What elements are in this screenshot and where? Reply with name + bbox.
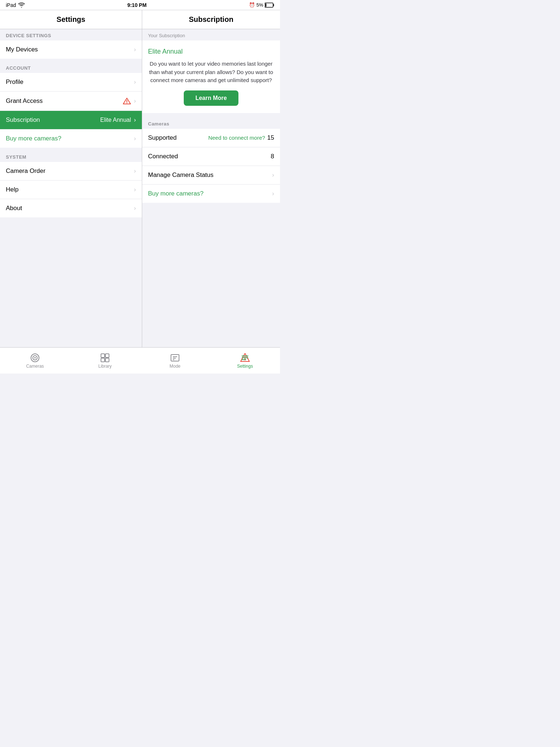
supported-count: 15 bbox=[267, 134, 274, 142]
grant-access-chevron: › bbox=[134, 97, 136, 105]
menu-item-grant-access[interactable]: Grant Access › bbox=[0, 92, 142, 111]
cameras-tab-label: Cameras bbox=[26, 364, 44, 369]
about-label: About bbox=[6, 205, 22, 212]
system-header: SYSTEM bbox=[0, 151, 142, 162]
settings-tab-icon bbox=[240, 353, 250, 363]
grant-access-label: Grant Access bbox=[6, 97, 43, 105]
right-panel: Subscription Your Subscription Elite Ann… bbox=[142, 10, 280, 347]
connected-label: Connected bbox=[148, 153, 178, 160]
account-header: ACCOUNT bbox=[0, 62, 142, 73]
mode-tab-icon bbox=[170, 353, 180, 363]
svg-rect-2 bbox=[265, 3, 267, 7]
buy-more-cameras-left-chevron: › bbox=[134, 135, 136, 142]
warning-icon bbox=[123, 97, 131, 105]
manage-camera-status-row[interactable]: Manage Camera Status › bbox=[142, 166, 280, 185]
device-settings-header: DEVICE SETTINGS bbox=[0, 29, 142, 40]
my-devices-right: › bbox=[134, 46, 136, 53]
menu-item-buy-more-cameras-left[interactable]: Buy more cameras? › bbox=[0, 129, 142, 148]
device-settings-section: DEVICE SETTINGS My Devices › bbox=[0, 29, 142, 59]
main-container: Settings DEVICE SETTINGS My Devices › AC… bbox=[0, 10, 280, 347]
status-right: ⏰ 5% bbox=[249, 2, 274, 8]
camera-order-label: Camera Order bbox=[6, 167, 46, 175]
left-panel-title: Settings bbox=[0, 10, 142, 29]
profile-chevron: › bbox=[134, 78, 136, 86]
buy-more-cameras-right-label: Buy more cameras? bbox=[148, 190, 203, 197]
alarm-icon: ⏰ bbox=[249, 2, 255, 8]
about-right: › bbox=[134, 205, 136, 212]
supported-value: Need to connect more? 15 bbox=[208, 134, 274, 142]
system-section: SYSTEM Camera Order › Help › About › bbox=[0, 151, 142, 217]
tab-settings[interactable]: Settings bbox=[210, 353, 280, 369]
connected-count: 8 bbox=[271, 153, 274, 160]
tab-bar: Cameras Library Mode bbox=[0, 347, 280, 374]
learn-more-button[interactable]: Learn More bbox=[184, 90, 238, 106]
help-right: › bbox=[134, 186, 136, 193]
buy-more-cameras-right-row[interactable]: Buy more cameras? › bbox=[142, 185, 280, 203]
status-left: iPad bbox=[6, 2, 25, 8]
tab-cameras[interactable]: Cameras bbox=[0, 353, 70, 369]
grant-access-right: › bbox=[123, 97, 136, 105]
menu-item-profile[interactable]: Profile › bbox=[0, 73, 142, 92]
need-more-label: Need to connect more? bbox=[208, 135, 265, 141]
cameras-tab-icon bbox=[30, 353, 40, 363]
library-tab-icon bbox=[100, 353, 110, 363]
about-chevron: › bbox=[134, 205, 136, 212]
svg-point-8 bbox=[34, 357, 36, 359]
left-panel: Settings DEVICE SETTINGS My Devices › AC… bbox=[0, 10, 142, 347]
account-section: ACCOUNT Profile › Grant Access › bbox=[0, 62, 142, 148]
camera-order-chevron: › bbox=[134, 167, 136, 175]
settings-tab-label: Settings bbox=[237, 364, 253, 369]
cameras-group: Supported Need to connect more? 15 Conne… bbox=[142, 129, 280, 203]
svg-rect-1 bbox=[273, 4, 274, 6]
my-devices-chevron: › bbox=[134, 46, 136, 53]
subscription-chevron: › bbox=[134, 116, 136, 124]
mode-tab-label: Mode bbox=[170, 364, 180, 369]
buy-more-cameras-right-chevron: › bbox=[272, 190, 274, 197]
wifi-icon bbox=[18, 3, 25, 8]
subscription-value: Elite Annual bbox=[100, 117, 131, 123]
tab-mode[interactable]: Mode bbox=[140, 353, 210, 369]
profile-label: Profile bbox=[6, 78, 23, 86]
right-panel-title: Subscription bbox=[142, 10, 280, 29]
subscription-card: Elite Annual Do you want to let your vid… bbox=[142, 40, 280, 113]
menu-item-subscription[interactable]: Subscription Elite Annual › bbox=[0, 111, 142, 129]
ipad-label: iPad bbox=[6, 2, 16, 8]
connected-row: Connected 8 bbox=[142, 147, 280, 166]
library-tab-label: Library bbox=[98, 364, 112, 369]
subscription-tier: Elite Annual bbox=[148, 48, 274, 55]
battery-percent: 5% bbox=[256, 2, 263, 8]
status-bar: iPad 9:10 PM ⏰ 5% bbox=[0, 0, 280, 10]
manage-camera-status-chevron: › bbox=[272, 171, 274, 179]
svg-rect-9 bbox=[101, 354, 105, 357]
svg-rect-12 bbox=[105, 358, 109, 362]
supported-label: Supported bbox=[148, 134, 176, 142]
tab-library[interactable]: Library bbox=[70, 353, 140, 369]
subscription-right: Elite Annual › bbox=[100, 116, 136, 124]
buy-more-cameras-left-right: › bbox=[134, 135, 136, 142]
my-devices-label: My Devices bbox=[6, 46, 38, 53]
menu-item-my-devices[interactable]: My Devices › bbox=[0, 40, 142, 59]
profile-right: › bbox=[134, 78, 136, 86]
cameras-section-header: Cameras bbox=[142, 117, 280, 129]
help-label: Help bbox=[6, 186, 19, 193]
svg-rect-10 bbox=[105, 354, 109, 357]
status-time: 9:10 PM bbox=[127, 2, 147, 8]
subscription-description: Do you want to let your video memories l… bbox=[148, 60, 274, 85]
buy-more-cameras-left-label: Buy more cameras? bbox=[6, 135, 61, 142]
subscription-label: Subscription bbox=[6, 116, 40, 124]
camera-order-right: › bbox=[134, 167, 136, 175]
supported-row: Supported Need to connect more? 15 bbox=[142, 129, 280, 147]
help-chevron: › bbox=[134, 186, 136, 193]
your-subscription-label: Your Subscription bbox=[142, 29, 280, 40]
menu-item-camera-order[interactable]: Camera Order › bbox=[0, 162, 142, 181]
menu-item-about[interactable]: About › bbox=[0, 199, 142, 217]
manage-camera-status-label: Manage Camera Status bbox=[148, 171, 214, 179]
svg-rect-11 bbox=[101, 358, 105, 362]
battery-icon bbox=[265, 3, 274, 8]
svg-point-5 bbox=[127, 103, 127, 104]
menu-item-help[interactable]: Help › bbox=[0, 181, 142, 199]
